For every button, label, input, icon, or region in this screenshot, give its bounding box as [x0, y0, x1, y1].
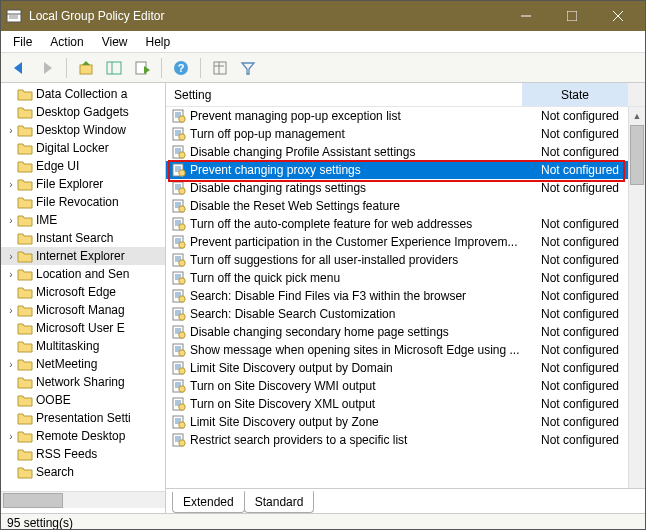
- tree-item-label: Presentation Setti: [36, 411, 131, 425]
- setting-row[interactable]: Disable the Reset Web Settings feature: [166, 197, 645, 215]
- tree-item[interactable]: OOBE: [1, 391, 165, 409]
- menu-view[interactable]: View: [94, 33, 136, 51]
- list-header: Setting State: [166, 83, 645, 107]
- tree-item[interactable]: Edge UI: [1, 157, 165, 175]
- tree-item-label: File Revocation: [36, 195, 119, 209]
- export-button[interactable]: [130, 56, 154, 80]
- header-state[interactable]: State: [522, 83, 628, 106]
- setting-row[interactable]: Turn on Site Discovery WMI outputNot con…: [166, 377, 645, 395]
- expand-icon[interactable]: ›: [5, 179, 17, 190]
- tree-item[interactable]: Presentation Setti: [1, 409, 165, 427]
- setting-icon: [172, 217, 186, 231]
- expand-icon[interactable]: ›: [5, 251, 17, 262]
- svg-point-106: [179, 404, 185, 410]
- setting-row[interactable]: Disable changing secondary home page set…: [166, 323, 645, 341]
- tree-item-label: Microsoft Edge: [36, 285, 116, 299]
- svg-rect-18: [214, 62, 226, 74]
- tree-item[interactable]: ›Desktop Window: [1, 121, 165, 139]
- expand-icon[interactable]: ›: [5, 269, 17, 280]
- menu-action[interactable]: Action: [42, 33, 91, 51]
- svg-point-36: [179, 152, 185, 158]
- setting-label: Search: Disable Search Customization: [190, 307, 539, 321]
- tree-item[interactable]: Digital Locker: [1, 139, 165, 157]
- setting-row[interactable]: Limit Site Discovery output by ZoneNot c…: [166, 413, 645, 431]
- filter-button[interactable]: [236, 56, 260, 80]
- tree-item[interactable]: Multitasking: [1, 337, 165, 355]
- tree-item[interactable]: ›File Explorer: [1, 175, 165, 193]
- setting-icon: [172, 433, 186, 447]
- tree-item[interactable]: ›Internet Explorer: [1, 247, 165, 265]
- setting-row[interactable]: Search: Disable Find Files via F3 within…: [166, 287, 645, 305]
- setting-row[interactable]: Restrict search providers to a specific …: [166, 431, 645, 449]
- tree-item[interactable]: ›NetMeeting: [1, 355, 165, 373]
- setting-icon: [172, 343, 186, 357]
- setting-icon: [172, 109, 186, 123]
- tree-item[interactable]: ›Remote Desktop: [1, 427, 165, 445]
- help-button[interactable]: ?: [169, 56, 193, 80]
- header-setting[interactable]: Setting: [166, 83, 522, 106]
- setting-row[interactable]: Disable changing Profile Assistant setti…: [166, 143, 645, 161]
- setting-row[interactable]: Search: Disable Search CustomizationNot …: [166, 305, 645, 323]
- setting-row[interactable]: Turn off suggestions for all user-instal…: [166, 251, 645, 269]
- setting-label: Search: Disable Find Files via F3 within…: [190, 289, 539, 303]
- maximize-button[interactable]: [549, 1, 595, 31]
- minimize-button[interactable]: [503, 1, 549, 31]
- svg-point-31: [179, 134, 185, 140]
- expand-icon[interactable]: ›: [5, 215, 17, 226]
- svg-point-81: [179, 314, 185, 320]
- menu-file[interactable]: File: [5, 33, 40, 51]
- up-button[interactable]: [74, 56, 98, 80]
- setting-row[interactable]: Turn off pop-up managementNot configured: [166, 125, 645, 143]
- tree-hscrollbar[interactable]: [1, 491, 165, 508]
- folder-icon: [17, 267, 33, 281]
- setting-row[interactable]: Prevent participation in the Customer Ex…: [166, 233, 645, 251]
- tree-item[interactable]: Microsoft Edge: [1, 283, 165, 301]
- titlebar: Local Group Policy Editor: [1, 1, 645, 31]
- setting-row[interactable]: Turn off the quick pick menuNot configur…: [166, 269, 645, 287]
- setting-icon: [172, 235, 186, 249]
- setting-row[interactable]: Limit Site Discovery output by DomainNot…: [166, 359, 645, 377]
- setting-label: Restrict search providers to a specific …: [190, 433, 539, 447]
- expand-icon[interactable]: ›: [5, 359, 17, 370]
- menu-help[interactable]: Help: [138, 33, 179, 51]
- expand-icon[interactable]: ›: [5, 305, 17, 316]
- tree-item[interactable]: ›Microsoft Manag: [1, 301, 165, 319]
- folder-icon: [17, 123, 33, 137]
- setting-row[interactable]: Prevent managing pop-up exception listNo…: [166, 107, 645, 125]
- tree-item[interactable]: ›IME: [1, 211, 165, 229]
- list-body[interactable]: Prevent managing pop-up exception listNo…: [166, 107, 645, 488]
- setting-row[interactable]: Show message when opening sites in Micro…: [166, 341, 645, 359]
- tree-item[interactable]: Microsoft User E: [1, 319, 165, 337]
- svg-rect-5: [567, 11, 577, 21]
- expand-icon[interactable]: ›: [5, 431, 17, 442]
- folder-icon: [17, 303, 33, 317]
- scroll-up-icon[interactable]: ▲: [629, 107, 645, 124]
- expand-icon[interactable]: ›: [5, 125, 17, 136]
- tree-item[interactable]: Search: [1, 463, 165, 481]
- properties-button[interactable]: [208, 56, 232, 80]
- vscrollbar[interactable]: ▲: [628, 107, 645, 488]
- setting-row[interactable]: Turn on Site Discovery XML outputNot con…: [166, 395, 645, 413]
- tab-extended[interactable]: Extended: [172, 492, 245, 513]
- back-button[interactable]: [7, 56, 31, 80]
- close-button[interactable]: [595, 1, 641, 31]
- setting-row[interactable]: Turn off the auto-complete feature for w…: [166, 215, 645, 233]
- tree-item[interactable]: File Revocation: [1, 193, 165, 211]
- tree-item-label: IME: [36, 213, 57, 227]
- forward-button[interactable]: [35, 56, 59, 80]
- tree-item[interactable]: Data Collection a: [1, 85, 165, 103]
- tree-item[interactable]: Desktop Gadgets: [1, 103, 165, 121]
- svg-point-101: [179, 386, 185, 392]
- main-panel: Setting State Prevent managing pop-up ex…: [166, 83, 645, 513]
- tree-item[interactable]: Network Sharing: [1, 373, 165, 391]
- tab-standard[interactable]: Standard: [244, 491, 315, 513]
- setting-label: Limit Site Discovery output by Domain: [190, 361, 539, 375]
- tree-item[interactable]: ›Location and Sen: [1, 265, 165, 283]
- folder-icon: [17, 447, 33, 461]
- setting-row[interactable]: Disable changing ratings settingsNot con…: [166, 179, 645, 197]
- tree-item[interactable]: Instant Search: [1, 229, 165, 247]
- show-hide-tree-button[interactable]: [102, 56, 126, 80]
- setting-row[interactable]: Prevent changing proxy settingsNot confi…: [166, 161, 645, 179]
- tree-item[interactable]: RSS Feeds: [1, 445, 165, 463]
- scroll-thumb[interactable]: [630, 125, 644, 185]
